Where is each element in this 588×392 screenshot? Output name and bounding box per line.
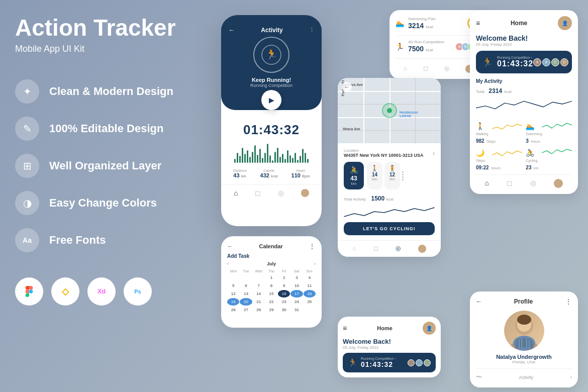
map-footer-loc[interactable]: ◎ [396,245,401,253]
cal-day-9[interactable]: 9 [278,282,290,289]
profile-photo [504,311,544,351]
footer-home-icon[interactable]: ⌂ [234,189,238,197]
cal-day-23[interactable]: 23 [278,298,290,306]
add-task-label: Add Task [227,253,316,259]
running-icon: 🏃 [396,43,404,51]
map-footer-home[interactable]: ⌂ [352,245,356,253]
profile-header: ← Profile ⋮ [476,298,572,306]
swimming-mini: 🏊 Swimming 3 Hours [526,121,572,145]
profile-activity-label: Activity [519,375,534,380]
map-footer-avatar[interactable] [418,245,426,253]
profile-back-button[interactable]: ← [476,298,482,305]
cal-day-5[interactable]: 5 [227,282,239,289]
feature-label-layers: Well Organized Layer [49,159,161,172]
hcf-avatar[interactable] [554,179,563,188]
home-hamburger-icon[interactable]: ≡ [476,19,480,27]
cycling-stats: 🚴 43 Min 🚶 14 Min 🧍 12 Min [344,162,435,189]
profile-activity-arrow[interactable]: › [570,374,572,380]
footer-icon-home[interactable]: ⌂ [404,65,407,73]
swimming-plan-item: 🏊 Swimming Plan 3214 kcal 55% [396,16,481,30]
cal-day-12[interactable]: 12 [227,290,239,298]
cal-day-31[interactable]: 31 [290,306,303,314]
play-button[interactable]: ▶ [261,90,281,110]
cal-day-24[interactable]: 24 [290,298,303,306]
home-header: ≡ Home 👤 [476,16,572,30]
cal-day-16-today[interactable]: 16 [278,290,290,298]
hero-sublabel: Running Competition [250,83,292,88]
home-avatar: 👤 [558,16,572,30]
footer-icon-cal[interactable]: ◻ [423,65,428,73]
cal-day-15[interactable]: 15 [265,290,277,298]
calendar-days-header: Mon Tue Wed Thu Fri Sat Sun [227,268,316,274]
footer-calendar-icon[interactable]: ◻ [255,189,261,197]
cal-day-26[interactable]: 26 [227,306,239,314]
cal-day-27[interactable]: 27 [240,306,252,314]
phone-menu-icon[interactable]: ⋮ [309,27,315,33]
hb-run-label: Running Competition › [361,357,396,360]
cal-day-13[interactable]: 13 [240,290,252,298]
total-activity: Total Activity 1500 kcal [344,193,435,203]
hcf-home[interactable]: ⌂ [485,179,489,188]
cal-day-1[interactable]: 1 [265,274,277,281]
cal-day-18[interactable]: 18 [304,290,316,298]
run-label: Running Competition › [497,56,533,59]
cal-day-7[interactable]: 7 [253,282,265,289]
run-icon: 🏃 [482,57,493,68]
cal-day-29[interactable]: 29 [265,306,277,314]
cal-day-8[interactable]: 8 [265,282,277,289]
run-avatar-4: D [560,58,568,66]
calendar-next[interactable]: › [314,261,316,266]
cal-day-3[interactable]: 3 [290,274,303,281]
hcf-loc[interactable]: ◎ [530,179,536,188]
phone-footer: ⌂ ◻ ◎ [221,184,322,201]
cal-day-14[interactable]: 14 [253,290,265,298]
hb-timer: 01:43:32 [361,360,396,368]
hcf-cal[interactable]: ◻ [507,179,513,188]
profile-activity-row[interactable]: 〜 Activity › [476,368,572,381]
footer-icon-loc[interactable]: ◎ [444,65,449,73]
cal-day-20[interactable]: 20 [240,298,252,306]
cal-day-19[interactable]: 19 [227,298,239,306]
hb-hamburger[interactable]: ≡ [343,324,347,332]
phone-back-arrow[interactable]: ← [228,26,235,34]
calendar-prev[interactable]: ‹ [227,261,229,266]
cal-day-11[interactable]: 11 [304,282,316,289]
map-back-button[interactable]: ← [342,82,352,92]
cal-day-25[interactable]: 25 [304,298,316,306]
total-unit-text: kcal [505,89,512,94]
feature-label-clean-design: Clean & Modern Design [49,85,173,98]
footer-avatar-icon[interactable] [301,189,309,197]
location-arrow[interactable]: › [433,150,435,157]
cal-day-10[interactable]: 10 [290,282,303,289]
tool-icons: ◇ Xd Ps [15,277,196,306]
stat-calorie: Calorie 432 kcal [260,169,278,178]
cal-day-2[interactable]: 2 [278,274,290,281]
cal-day-4[interactable]: 4 [304,274,316,281]
steps-mini: 🌙 Steps 09:22 Hours [476,148,522,171]
calendar-menu[interactable]: ⋮ [309,242,316,250]
cal-day-6[interactable]: 6 [240,282,252,289]
my-activity-label: My Activity [476,78,572,84]
calendar-back-button[interactable]: ← [227,243,233,250]
walking-chart [492,121,522,131]
feature-list: ✦ Clean & Modern Design ✎ 100% Editable … [15,79,196,252]
profile-menu[interactable]: ⋮ [565,298,572,306]
hb-run-icon: 🏃 [348,358,358,367]
hb-run-avatars [408,359,431,366]
cycling-chart [542,148,572,158]
hb-avatar: 👤 [423,322,436,335]
other-stats: 🚶 14 Min 🧍 12 Min [367,162,435,189]
map-footer-cal[interactable]: ◻ [373,245,378,253]
footer-location-icon[interactable]: ◎ [278,189,284,197]
runner-circle: 🏃 [253,37,289,73]
total-value-text: 2314 [488,87,502,94]
welcome-text: Welcome Back! [476,34,572,42]
calendar-title: Calendar [259,243,282,249]
cal-day-21[interactable]: 21 [253,298,265,306]
cal-day-22[interactable]: 22 [265,298,277,306]
cal-day-28[interactable]: 28 [253,306,265,314]
feature-item-colors: ◑ Easy Change Colors [15,191,196,215]
go-cycling-button[interactable]: LET'S GO CYCLING! [344,222,435,235]
cal-day-17[interactable]: 17 [290,290,303,298]
cal-day-30[interactable]: 30 [278,306,290,314]
